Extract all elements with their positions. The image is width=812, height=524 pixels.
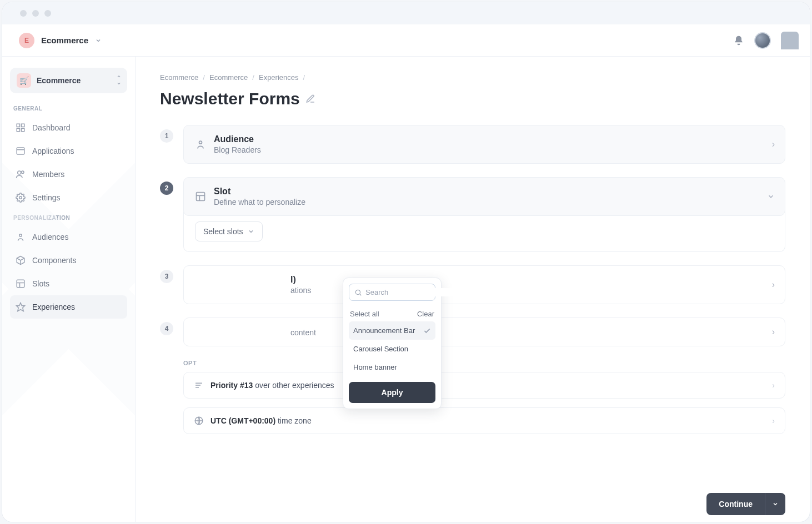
breadcrumb: Ecommerce / Ecommerce / Experiences /	[160, 73, 785, 82]
step-badge-1: 1	[160, 129, 173, 143]
layout-icon	[16, 279, 26, 289]
dropdown-item[interactable]: Announcement Bar	[349, 321, 435, 340]
step-badge-3: 3	[160, 270, 173, 283]
svg-marker-13	[17, 303, 25, 311]
step-card-audience[interactable]: Audience Blog Readers ›	[183, 125, 785, 164]
svg-line-23	[360, 294, 362, 295]
audience-icon	[195, 139, 206, 150]
brand-dropdown[interactable]: E Ecommerce	[2, 33, 136, 48]
options-section-label: OPT	[183, 360, 785, 366]
priority-value: Priority #13	[210, 381, 253, 390]
chevron-right-icon: ›	[772, 381, 775, 390]
chevron-down-icon	[95, 37, 102, 44]
dropdown-item-label: Announcement Bar	[353, 326, 415, 335]
svg-rect-3	[22, 129, 24, 132]
window-icon	[16, 146, 26, 156]
svg-rect-15	[197, 193, 205, 201]
chevron-right-icon: ›	[772, 139, 775, 149]
dropdown-item[interactable]: Home banner	[349, 358, 435, 376]
search-icon	[354, 289, 362, 296]
crumb[interactable]: Ecommerce	[160, 73, 198, 82]
select-slots-label: Select slots	[203, 227, 243, 236]
svg-rect-1	[22, 124, 24, 127]
dropdown-item-label: Home banner	[353, 363, 397, 371]
svg-rect-2	[17, 129, 19, 132]
layout-icon	[195, 191, 206, 202]
chevron-right-icon: ›	[772, 280, 775, 290]
edit-icon[interactable]	[305, 94, 315, 104]
step-subtitle-fragment: ations	[290, 286, 311, 295]
svg-point-6	[18, 171, 21, 174]
step-badge-2: 2	[160, 182, 173, 195]
sidebar-item-label: Members	[32, 170, 64, 179]
grid-icon	[16, 123, 26, 133]
step-title: Audience	[214, 134, 261, 144]
audience-icon	[16, 232, 26, 242]
chevron-down-icon	[772, 501, 779, 507]
window-dot	[32, 10, 39, 17]
cart-icon: 🛒	[17, 73, 31, 88]
sidebar-item-label: Experiences	[32, 303, 75, 311]
search-field-wrap[interactable]	[349, 284, 435, 301]
chevron-down-icon	[248, 228, 254, 235]
svg-rect-10	[17, 280, 24, 288]
sidebar-item-label: Dashboard	[32, 123, 71, 132]
step-title: Slot	[214, 187, 305, 196]
workspace-switcher[interactable]: 🛒 Ecommerce ⌃⌄	[10, 68, 127, 93]
dropdown-item-label: Carousel Section	[353, 345, 408, 353]
slots-dropdown: Select all Clear Announcement Bar Carous…	[343, 278, 442, 409]
brand-badge: E	[19, 33, 34, 48]
sidebar-item-components[interactable]: Components	[10, 249, 127, 272]
sidebar-item-experiences[interactable]: Experiences	[10, 295, 127, 319]
option-timezone[interactable]: UTC (GMT+00:00) time zone ›	[183, 407, 785, 434]
continue-button[interactable]: Continue	[706, 493, 765, 515]
priority-text: over other experiences	[253, 381, 334, 390]
step-card-3[interactable]: l) ations ›	[183, 265, 785, 304]
user-avatar[interactable]	[754, 32, 771, 49]
search-input[interactable]	[365, 288, 459, 296]
step-subtitle-fragment: content	[290, 328, 316, 337]
crumb-separator: /	[252, 73, 254, 82]
svg-point-9	[19, 234, 22, 237]
window-dot	[44, 10, 51, 17]
globe-icon	[194, 416, 204, 426]
apply-button[interactable]: Apply	[349, 382, 435, 403]
sidebar-item-slots[interactable]: Slots	[10, 272, 127, 295]
sidebar-item-audiences[interactable]: Audiences	[10, 225, 127, 249]
select-all-link[interactable]: Select all	[350, 310, 379, 318]
cube-icon	[16, 255, 26, 265]
page-title: Newsletter Forms	[160, 89, 300, 108]
svg-point-22	[355, 290, 360, 294]
select-slots-button[interactable]: Select slots	[195, 221, 263, 241]
svg-rect-4	[17, 148, 24, 154]
continue-split-button[interactable]	[765, 493, 785, 515]
svg-point-7	[22, 171, 24, 174]
clear-link[interactable]: Clear	[417, 310, 434, 318]
window-controls	[2, 2, 810, 24]
svg-point-8	[19, 196, 22, 199]
step-title-fragment: l)	[290, 275, 311, 285]
sidebar-section-personalization: PERSONALIZATION	[13, 215, 124, 221]
chevron-down-icon	[767, 193, 775, 200]
sidebar-item-dashboard[interactable]: Dashboard	[10, 116, 127, 139]
users-icon	[16, 169, 26, 179]
notifications-icon[interactable]	[733, 35, 744, 46]
sidebar-item-label: Settings	[32, 193, 61, 202]
option-priority[interactable]: Priority #13 over other experiences ›	[183, 372, 785, 399]
svg-rect-0	[17, 124, 19, 127]
sidebar-item-applications[interactable]: Applications	[10, 139, 127, 163]
brand-name: Ecommerce	[41, 36, 88, 45]
chevron-right-icon: ›	[772, 327, 775, 337]
crumb[interactable]: Experiences	[259, 73, 299, 82]
step-card-4[interactable]: content ›	[183, 318, 785, 346]
step-card-slot[interactable]: Slot Define what to personalize	[183, 177, 785, 216]
step-subtitle: Blog Readers	[214, 145, 261, 154]
dropdown-item[interactable]: Carousel Section	[349, 340, 435, 358]
gear-icon	[16, 193, 26, 203]
sidebar-item-members[interactable]: Members	[10, 163, 127, 186]
crumb[interactable]: Ecommerce	[209, 73, 248, 82]
svg-point-14	[199, 141, 202, 144]
sidebar-item-settings[interactable]: Settings	[10, 186, 127, 209]
crumb-separator: /	[303, 73, 305, 82]
timezone-value: UTC (GMT+00:00)	[210, 416, 275, 425]
